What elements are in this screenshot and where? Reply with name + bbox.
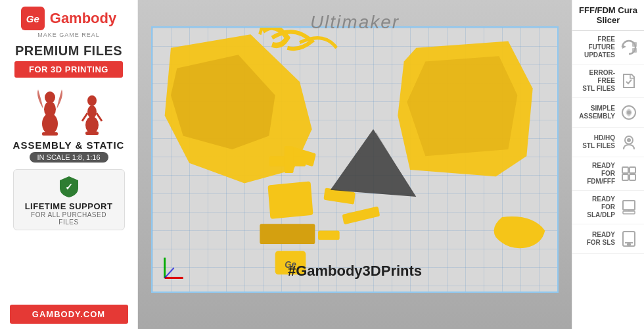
errorfree-icon (619, 71, 639, 91)
feature-label-hdhq: HD/HQSTL FILES (582, 134, 615, 150)
svg-rect-37 (623, 211, 635, 214)
feature-fdm: READY FORFDM/FFF (572, 157, 644, 191)
svg-text:✓: ✓ (65, 182, 73, 192)
svg-point-29 (627, 111, 631, 114)
svg-rect-12 (260, 224, 315, 244)
feature-label-sls: READYFOR SLS (587, 231, 615, 247)
svg-line-8 (82, 113, 87, 121)
scale-badge: IN SCALE 1:8, 1:16 (30, 152, 108, 163)
right-panel: FFF/FDM Cura Slicer FREE FUTUREUPDATES E… (572, 0, 644, 329)
svg-rect-33 (630, 167, 635, 173)
print-bed: Ge #Gambody3DPrints (151, 26, 559, 293)
assembly-icon (619, 103, 639, 122)
feature-label-fdm: READY FORFDM/FFF (578, 162, 615, 186)
for-3d-printing-badge: FOR 3D PRINTING (14, 61, 123, 78)
slicer-canvas: Ultimaker (138, 0, 572, 329)
3d-parts-svg: Ge (152, 28, 557, 291)
feature-error-free: ERROR-FREESTL FILES (572, 64, 644, 98)
svg-rect-14 (342, 206, 380, 224)
brand-tagline: MAKE GAME REAL (37, 32, 100, 38)
lifetime-support-box: ✓ LIFETIME SUPPORT FOR ALL PURCHASED FIL… (13, 169, 125, 230)
svg-point-5 (87, 105, 97, 118)
svg-line-25 (165, 268, 174, 278)
svg-rect-41 (627, 243, 631, 245)
svg-rect-27 (632, 48, 637, 53)
figures-area (33, 83, 105, 136)
premium-files-label: PREMIUM FILES (15, 43, 122, 59)
svg-point-2 (45, 91, 55, 103)
svg-rect-36 (623, 201, 635, 210)
svg-rect-7 (85, 132, 99, 135)
feature-label-errorfree: ERROR-FREESTL FILES (578, 69, 615, 93)
hdhq-icon (619, 132, 639, 152)
figure-1 (33, 83, 67, 136)
svg-rect-20 (285, 146, 294, 173)
feature-label-updates: FREE FUTUREUPDATES (578, 36, 615, 59)
updates-icon (619, 38, 639, 57)
shield-icon: ✓ (58, 175, 80, 199)
figure2-svg (79, 88, 105, 136)
sla-icon (619, 197, 639, 217)
lifetime-title: LIFETIME SUPPORT (25, 201, 113, 211)
figure-2 (79, 88, 105, 136)
lifetime-sub: FOR ALL PURCHASED FILES (20, 211, 118, 226)
feature-label-sla: READY FORSLA/DLP (578, 195, 615, 219)
svg-rect-34 (622, 174, 628, 180)
feature-sla: READY FORSLA/DLP (572, 191, 644, 224)
gambody-logo-icon: Ge (21, 7, 45, 30)
main-slicer-area: Ultimaker (138, 0, 572, 329)
svg-point-31 (627, 138, 631, 142)
svg-rect-15 (318, 230, 340, 240)
feature-assembly: SIMPLEASSEMBLY (572, 98, 644, 128)
sls-icon (619, 229, 639, 249)
feature-sls: READYFOR SLS (572, 224, 644, 254)
assembly-label: ASSEMBLY & STATIC (13, 139, 125, 151)
svg-point-6 (87, 95, 97, 106)
feature-hdhq: HD/HQSTL FILES (572, 128, 644, 157)
svg-rect-11 (267, 181, 313, 218)
svg-rect-35 (630, 174, 635, 180)
logo-area: Ge Gambody (21, 7, 116, 30)
svg-rect-3 (42, 132, 58, 136)
brand-name: Gambody (50, 10, 116, 27)
gambody-url-button[interactable]: GAMBODY.COM (10, 305, 128, 324)
svg-line-9 (97, 113, 102, 121)
svg-marker-18 (333, 132, 413, 193)
svg-point-1 (44, 101, 56, 117)
slicer-title: FFF/FDM Cura Slicer (572, 0, 644, 31)
feature-label-assembly: SIMPLEASSEMBLY (579, 105, 615, 120)
figure1-svg (33, 83, 67, 136)
feature-free-updates: FREE FUTUREUPDATES (572, 31, 644, 64)
svg-point-4 (85, 116, 99, 134)
fdm-icon (619, 164, 639, 184)
svg-rect-26 (632, 42, 637, 47)
svg-rect-32 (622, 167, 628, 173)
sidebar: Ge Gambody MAKE GAME REAL PREMIUM FILES … (0, 0, 138, 329)
hashtag-label: #Gambody3DPrints (288, 263, 422, 280)
